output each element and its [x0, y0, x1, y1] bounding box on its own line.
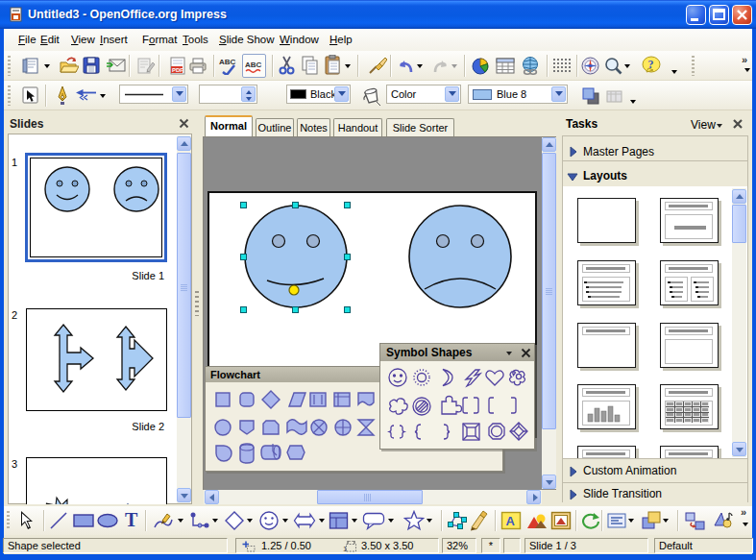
svg-text:PDF: PDF [172, 67, 183, 73]
svg-text:ABC: ABC [245, 61, 262, 69]
svg-text:?: ? [648, 58, 654, 71]
svg-text:1: 1 [343, 545, 348, 552]
svg-text:A: A [506, 514, 516, 528]
